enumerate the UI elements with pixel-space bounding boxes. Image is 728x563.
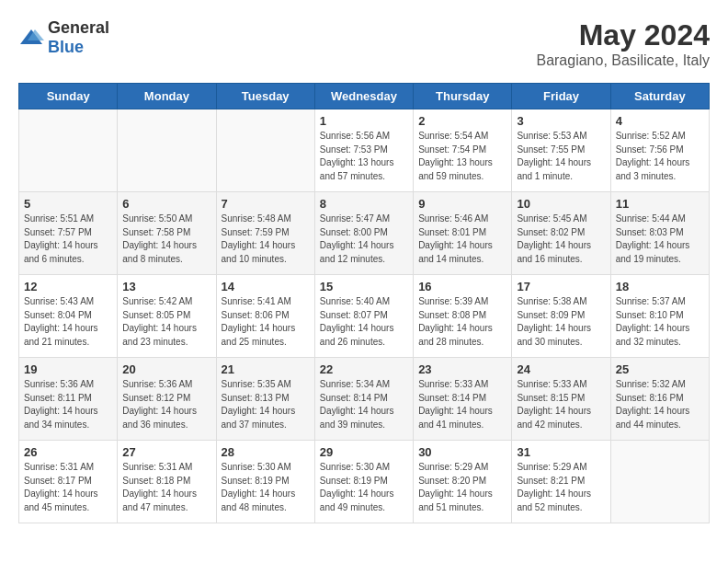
- calendar-cell: 31Sunrise: 5:29 AMSunset: 8:21 PMDayligh…: [512, 441, 610, 523]
- calendar-cell: 1Sunrise: 5:56 AMSunset: 7:53 PMDaylight…: [314, 109, 413, 192]
- day-number: 7: [222, 197, 310, 211]
- day-number: 21: [222, 362, 310, 376]
- day-info: Sunrise: 5:54 AMSunset: 7:54 PMDaylight:…: [418, 130, 506, 183]
- calendar-cell: 30Sunrise: 5:29 AMSunset: 8:20 PMDayligh…: [414, 441, 512, 523]
- day-number: 20: [122, 362, 210, 376]
- day-number: 28: [222, 445, 310, 459]
- calendar-cell: 24Sunrise: 5:33 AMSunset: 8:15 PMDayligh…: [512, 358, 610, 441]
- calendar-cell: 10Sunrise: 5:45 AMSunset: 8:02 PMDayligh…: [512, 192, 610, 275]
- calendar-cell: 29Sunrise: 5:30 AMSunset: 8:19 PMDayligh…: [314, 441, 413, 523]
- calendar-cell: 14Sunrise: 5:41 AMSunset: 8:06 PMDayligh…: [216, 275, 314, 358]
- day-info: Sunrise: 5:34 AMSunset: 8:14 PMDaylight:…: [320, 378, 408, 431]
- day-info: Sunrise: 5:31 AMSunset: 8:17 PMDaylight:…: [24, 461, 112, 514]
- calendar-cell: [216, 109, 314, 192]
- day-info: Sunrise: 5:39 AMSunset: 8:08 PMDaylight:…: [418, 295, 506, 349]
- day-info: Sunrise: 5:47 AMSunset: 8:00 PMDaylight:…: [320, 213, 408, 266]
- calendar-cell: 6Sunrise: 5:50 AMSunset: 7:58 PMDaylight…: [118, 192, 216, 275]
- day-info: Sunrise: 5:30 AMSunset: 8:19 PMDaylight:…: [222, 461, 310, 514]
- calendar-cell: 22Sunrise: 5:34 AMSunset: 8:14 PMDayligh…: [314, 358, 413, 441]
- day-number: 17: [517, 280, 605, 293]
- day-info: Sunrise: 5:50 AMSunset: 7:58 PMDaylight:…: [122, 213, 210, 266]
- day-number: 6: [122, 197, 210, 211]
- day-number: 22: [320, 362, 408, 376]
- day-info: Sunrise: 5:46 AMSunset: 8:01 PMDaylight:…: [418, 213, 506, 266]
- logo-blue: Blue: [48, 38, 84, 56]
- day-number: 23: [418, 362, 506, 376]
- calendar-cell: [610, 441, 709, 523]
- day-number: 15: [320, 280, 408, 293]
- day-info: Sunrise: 5:37 AMSunset: 8:10 PMDaylight:…: [616, 295, 704, 349]
- day-info: Sunrise: 5:43 AMSunset: 8:04 PMDaylight:…: [24, 295, 112, 349]
- calendar-cell: 3Sunrise: 5:53 AMSunset: 7:55 PMDaylight…: [512, 109, 610, 192]
- day-number: 10: [517, 197, 605, 211]
- month-year-title: May 2024: [536, 18, 710, 52]
- day-number: 12: [24, 280, 112, 293]
- day-number: 30: [418, 445, 506, 459]
- logo: General Blue: [18, 18, 109, 57]
- calendar-cell: 16Sunrise: 5:39 AMSunset: 8:08 PMDayligh…: [414, 275, 512, 358]
- day-info: Sunrise: 5:38 AMSunset: 8:09 PMDaylight:…: [517, 295, 605, 349]
- day-info: Sunrise: 5:45 AMSunset: 8:02 PMDaylight:…: [517, 213, 605, 266]
- calendar-cell: 26Sunrise: 5:31 AMSunset: 8:17 PMDayligh…: [19, 441, 118, 523]
- weekday-header: Tuesday: [216, 84, 314, 109]
- day-number: 3: [517, 114, 605, 128]
- day-info: Sunrise: 5:33 AMSunset: 8:15 PMDaylight:…: [517, 378, 605, 431]
- day-info: Sunrise: 5:30 AMSunset: 8:19 PMDaylight:…: [320, 461, 408, 514]
- day-info: Sunrise: 5:41 AMSunset: 8:06 PMDaylight:…: [222, 295, 310, 349]
- calendar-cell: 25Sunrise: 5:32 AMSunset: 8:16 PMDayligh…: [610, 358, 709, 441]
- calendar-cell: 5Sunrise: 5:51 AMSunset: 7:57 PMDaylight…: [19, 192, 118, 275]
- day-number: 18: [616, 280, 704, 293]
- calendar-cell: 11Sunrise: 5:44 AMSunset: 8:03 PMDayligh…: [610, 192, 709, 275]
- day-info: Sunrise: 5:35 AMSunset: 8:13 PMDaylight:…: [222, 378, 310, 431]
- day-info: Sunrise: 5:36 AMSunset: 8:11 PMDaylight:…: [24, 378, 112, 431]
- day-number: 11: [616, 197, 704, 211]
- day-info: Sunrise: 5:52 AMSunset: 7:56 PMDaylight:…: [616, 130, 704, 183]
- calendar-cell: 19Sunrise: 5:36 AMSunset: 8:11 PMDayligh…: [19, 358, 118, 441]
- day-info: Sunrise: 5:44 AMSunset: 8:03 PMDaylight:…: [616, 213, 704, 266]
- calendar-cell: 8Sunrise: 5:47 AMSunset: 8:00 PMDaylight…: [314, 192, 413, 275]
- page-header: General Blue May 2024 Baragiano, Basilic…: [18, 18, 710, 69]
- day-number: 14: [222, 280, 310, 293]
- calendar-cell: [19, 109, 118, 192]
- day-info: Sunrise: 5:56 AMSunset: 7:53 PMDaylight:…: [320, 130, 408, 183]
- calendar-cell: 7Sunrise: 5:48 AMSunset: 7:59 PMDaylight…: [216, 192, 314, 275]
- day-number: 26: [24, 445, 112, 459]
- day-info: Sunrise: 5:40 AMSunset: 8:07 PMDaylight:…: [320, 295, 408, 349]
- day-number: 29: [320, 445, 408, 459]
- calendar-cell: 9Sunrise: 5:46 AMSunset: 8:01 PMDaylight…: [414, 192, 512, 275]
- logo-general: General: [48, 18, 109, 37]
- day-info: Sunrise: 5:32 AMSunset: 8:16 PMDaylight:…: [616, 378, 704, 431]
- day-number: 4: [616, 114, 704, 128]
- day-number: 8: [320, 197, 408, 211]
- day-info: Sunrise: 5:51 AMSunset: 7:57 PMDaylight:…: [24, 213, 112, 266]
- logo-text: General Blue: [48, 18, 109, 57]
- calendar-cell: 20Sunrise: 5:36 AMSunset: 8:12 PMDayligh…: [118, 358, 216, 441]
- weekday-header: Wednesday: [314, 84, 413, 109]
- calendar-cell: 28Sunrise: 5:30 AMSunset: 8:19 PMDayligh…: [216, 441, 314, 523]
- day-number: 19: [24, 362, 112, 376]
- day-number: 31: [517, 445, 605, 459]
- day-info: Sunrise: 5:31 AMSunset: 8:18 PMDaylight:…: [122, 461, 210, 514]
- weekday-header: Sunday: [19, 84, 118, 109]
- day-info: Sunrise: 5:29 AMSunset: 8:20 PMDaylight:…: [418, 461, 506, 514]
- weekday-header: Thursday: [414, 84, 512, 109]
- logo-icon: [18, 28, 44, 48]
- day-number: 9: [418, 197, 506, 211]
- calendar-cell: 17Sunrise: 5:38 AMSunset: 8:09 PMDayligh…: [512, 275, 610, 358]
- calendar-cell: 23Sunrise: 5:33 AMSunset: 8:14 PMDayligh…: [414, 358, 512, 441]
- weekday-header: Saturday: [610, 84, 709, 109]
- calendar-cell: 12Sunrise: 5:43 AMSunset: 8:04 PMDayligh…: [19, 275, 118, 358]
- title-block: May 2024 Baragiano, Basilicate, Italy: [536, 18, 710, 69]
- location-subtitle: Baragiano, Basilicate, Italy: [536, 52, 710, 69]
- day-info: Sunrise: 5:33 AMSunset: 8:14 PMDaylight:…: [418, 378, 506, 431]
- day-info: Sunrise: 5:29 AMSunset: 8:21 PMDaylight:…: [517, 461, 605, 514]
- day-number: 16: [418, 280, 506, 293]
- weekday-header: Monday: [118, 84, 216, 109]
- calendar-table: SundayMondayTuesdayWednesdayThursdayFrid…: [18, 83, 710, 523]
- day-number: 27: [122, 445, 210, 459]
- day-number: 24: [517, 362, 605, 376]
- day-info: Sunrise: 5:42 AMSunset: 8:05 PMDaylight:…: [122, 295, 210, 349]
- calendar-cell: 27Sunrise: 5:31 AMSunset: 8:18 PMDayligh…: [118, 441, 216, 523]
- day-number: 1: [320, 114, 408, 128]
- calendar-cell: 13Sunrise: 5:42 AMSunset: 8:05 PMDayligh…: [118, 275, 216, 358]
